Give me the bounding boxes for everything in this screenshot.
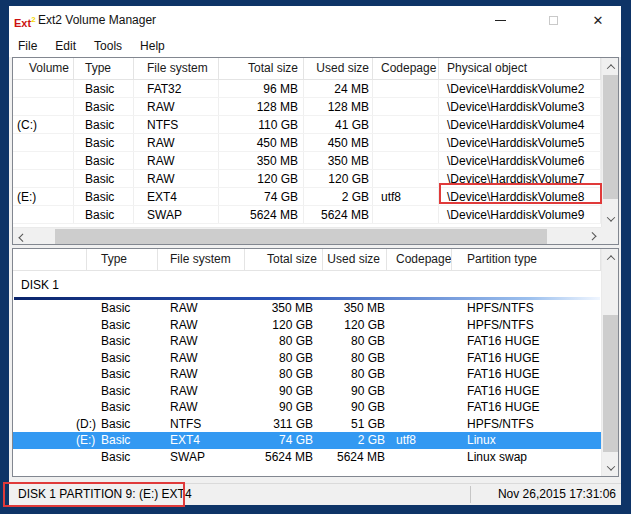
status-datetime: Nov 26,2015 17:31:06 bbox=[498, 484, 616, 505]
column-header[interactable] bbox=[13, 249, 87, 270]
column-header[interactable]: Codepage bbox=[373, 58, 439, 79]
table-cell bbox=[373, 134, 439, 151]
table-row[interactable]: BasicSWAP5624 MB5624 MB\Device\HarddiskV… bbox=[13, 206, 601, 224]
scroll-left-button[interactable] bbox=[13, 228, 30, 245]
menu-item-tools[interactable]: Tools bbox=[85, 35, 131, 57]
app-icon: Ext2 bbox=[14, 13, 36, 30]
volumes-vertical-scrollbar[interactable] bbox=[601, 58, 618, 227]
table-cell: 2 GB bbox=[323, 432, 387, 449]
column-header[interactable]: Used size bbox=[304, 58, 373, 79]
column-header[interactable]: Type bbox=[87, 249, 158, 270]
table-row[interactable]: BasicSWAP5624 MB5624 MBLinux swap bbox=[13, 449, 601, 466]
column-header[interactable]: Total size bbox=[245, 249, 323, 270]
column-header[interactable]: Total size bbox=[219, 58, 304, 79]
menu-item-file[interactable]: File bbox=[9, 35, 46, 57]
table-cell: 80 GB bbox=[323, 366, 387, 383]
table-cell: 80 GB bbox=[245, 366, 323, 383]
column-header[interactable]: File system bbox=[134, 58, 219, 79]
table-cell: HPFS/NTFS bbox=[452, 317, 601, 334]
scroll-up-button[interactable] bbox=[602, 249, 619, 266]
table-cell: NTFS bbox=[134, 116, 219, 133]
table-cell: 24 MB bbox=[304, 80, 373, 97]
menu-item-edit[interactable]: Edit bbox=[46, 35, 85, 57]
table-row[interactable]: (D:)BasicNTFS311 GB51 GBHPFS/NTFS bbox=[13, 416, 601, 433]
column-header[interactable]: Partition type bbox=[452, 249, 601, 270]
table-row[interactable]: BasicFAT3296 MB24 MB\Device\HarddiskVolu… bbox=[13, 80, 601, 98]
scroll-down-button[interactable] bbox=[602, 210, 619, 227]
partitions-table[interactable]: TypeFile systemTotal sizeUsed sizeCodepa… bbox=[12, 248, 619, 477]
menu-bar: FileEditToolsHelp bbox=[9, 35, 621, 57]
table-cell: (E:) bbox=[13, 188, 74, 205]
table-row[interactable]: (E:)BasicEXT474 GB2 GButf8Linux bbox=[13, 432, 601, 449]
table-cell: RAW bbox=[158, 399, 245, 416]
table-row[interactable]: BasicRAW120 GB120 GBHPFS/NTFS bbox=[13, 317, 601, 334]
table-cell bbox=[387, 366, 452, 383]
table-cell: 74 GB bbox=[245, 432, 323, 449]
table-cell: 350 MB bbox=[304, 152, 373, 169]
close-button[interactable]: ✕ bbox=[586, 6, 610, 35]
table-row[interactable]: BasicRAW80 GB80 GBFAT16 HUGE bbox=[13, 333, 601, 350]
column-header[interactable]: Codepage bbox=[387, 249, 452, 270]
table-cell: 80 GB bbox=[245, 350, 323, 367]
table-row[interactable]: (C:)BasicNTFS110 GB41 GB\Device\Harddisk… bbox=[13, 116, 601, 134]
table-cell bbox=[373, 116, 439, 133]
table-cell bbox=[13, 300, 87, 317]
table-row[interactable]: BasicRAW128 MB128 MB\Device\HarddiskVolu… bbox=[13, 98, 601, 116]
column-header[interactable]: File system bbox=[158, 249, 245, 270]
table-cell: RAW bbox=[134, 134, 219, 151]
table-cell bbox=[387, 383, 452, 400]
table-row[interactable]: BasicRAW80 GB80 GBFAT16 HUGE bbox=[13, 366, 601, 383]
volumes-table[interactable]: VolumeTypeFile systemTotal sizeUsed size… bbox=[12, 57, 619, 245]
scroll-down-button[interactable] bbox=[602, 459, 619, 476]
table-cell: SWAP bbox=[158, 449, 245, 466]
menu-item-help[interactable]: Help bbox=[131, 35, 174, 57]
table-cell: EXT4 bbox=[134, 188, 219, 205]
scrollbar-thumb[interactable] bbox=[603, 75, 618, 199]
scrollbar-thumb[interactable] bbox=[603, 315, 618, 452]
table-cell: \Device\HarddiskVolume6 bbox=[439, 152, 601, 169]
annotation-box-volume8 bbox=[439, 183, 602, 204]
table-row[interactable]: BasicRAW450 MB450 MB\Device\HarddiskVolu… bbox=[13, 134, 601, 152]
table-row[interactable]: BasicRAW90 GB90 GBFAT16 HUGE bbox=[13, 399, 601, 416]
column-header[interactable]: Type bbox=[74, 58, 134, 79]
table-cell bbox=[373, 80, 439, 97]
partitions-vertical-scrollbar[interactable] bbox=[601, 249, 618, 476]
table-cell: Basic bbox=[87, 449, 158, 466]
table-cell: 80 GB bbox=[323, 333, 387, 350]
chevron-left-icon bbox=[18, 233, 26, 241]
table-cell: 5624 MB bbox=[219, 206, 304, 223]
minimize-button[interactable] bbox=[488, 6, 512, 35]
disk-group-label: DISK 1 bbox=[21, 274, 59, 296]
volumes-horizontal-scrollbar[interactable] bbox=[13, 227, 601, 244]
scrollbar-thumb[interactable] bbox=[55, 229, 547, 244]
table-cell bbox=[13, 333, 87, 350]
table-cell: \Device\HarddiskVolume9 bbox=[439, 206, 601, 223]
table-cell: FAT32 bbox=[134, 80, 219, 97]
table-cell: \Device\HarddiskVolume4 bbox=[439, 116, 601, 133]
table-row[interactable]: BasicRAW350 MB350 MBHPFS/NTFS bbox=[13, 300, 601, 317]
table-cell bbox=[387, 399, 452, 416]
table-cell: EXT4 bbox=[158, 432, 245, 449]
table-cell: 350 MB bbox=[245, 300, 323, 317]
table-cell bbox=[387, 333, 452, 350]
table-cell: 90 GB bbox=[245, 399, 323, 416]
column-header[interactable]: Used size bbox=[323, 249, 387, 270]
table-cell: 110 GB bbox=[219, 116, 304, 133]
chevron-right-icon bbox=[588, 232, 596, 240]
table-cell: 120 GB bbox=[304, 170, 373, 187]
scroll-right-button[interactable] bbox=[584, 228, 601, 245]
table-row[interactable]: BasicRAW90 GB90 GBFAT16 HUGE bbox=[13, 383, 601, 400]
column-header[interactable]: Volume bbox=[13, 58, 74, 79]
table-cell: HPFS/NTFS bbox=[452, 300, 601, 317]
table-row[interactable]: BasicRAW350 MB350 MB\Device\HarddiskVolu… bbox=[13, 152, 601, 170]
scroll-up-button[interactable] bbox=[602, 58, 619, 75]
table-cell: FAT16 HUGE bbox=[452, 366, 601, 383]
table-cell: 96 MB bbox=[219, 80, 304, 97]
table-cell bbox=[387, 317, 452, 334]
table-row[interactable]: BasicRAW80 GB80 GBFAT16 HUGE bbox=[13, 350, 601, 367]
table-cell bbox=[13, 206, 74, 223]
column-header[interactable]: Physical object bbox=[439, 58, 601, 79]
title-bar[interactable]: Ext2 Ext2 Volume Manager ✕ bbox=[9, 6, 621, 35]
table-cell bbox=[13, 449, 87, 466]
table-cell: 2 GB bbox=[304, 188, 373, 205]
